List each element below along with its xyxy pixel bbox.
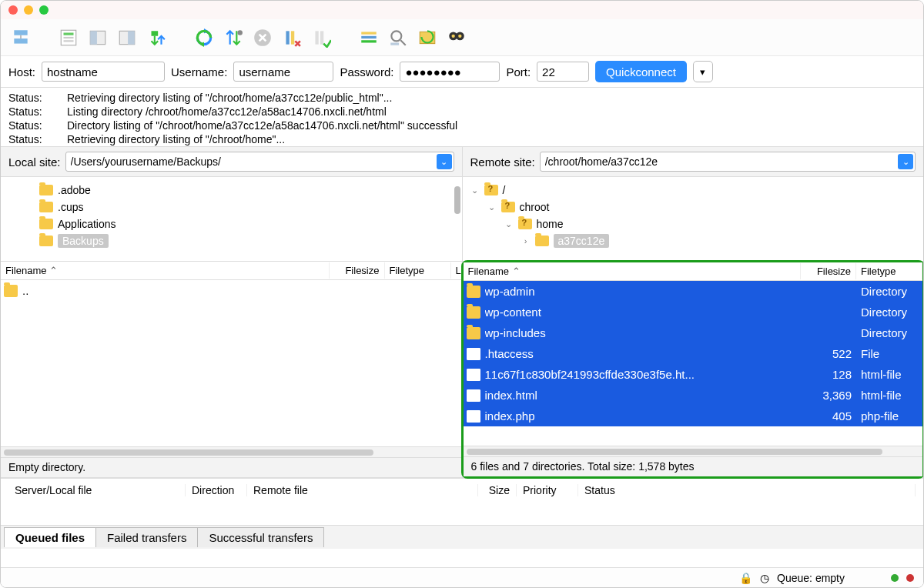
file-name: index.php — [485, 409, 802, 423]
file-row[interactable]: wp-contentDirectory — [464, 302, 923, 322]
queue-status: Queue: empty — [777, 572, 845, 584]
log-text: Directory listing of "/chroot/home/a37cc… — [67, 119, 457, 132]
col-lastmod-trunc[interactable]: L — [451, 262, 462, 279]
disclosure-icon[interactable]: ⌄ — [487, 202, 497, 212]
scrollbar-thumb[interactable] — [454, 186, 460, 214]
disclosure-icon[interactable]: ⌄ — [504, 219, 514, 229]
qcol-direction[interactable]: Direction — [186, 484, 247, 496]
tree-item[interactable]: ›a37cc12e — [463, 232, 924, 249]
file-size: 128 — [801, 368, 856, 381]
disconnect-icon[interactable] — [280, 25, 304, 50]
log-label: Status: — [8, 132, 56, 146]
svg-rect-28 — [456, 35, 457, 36]
col-filetype[interactable]: Filetype — [385, 262, 451, 279]
file-size: 3,369 — [801, 389, 856, 402]
toggle-remote-tree-icon[interactable] — [115, 25, 139, 50]
tree-item[interactable]: ⌄/ — [463, 182, 924, 199]
disclosure-icon[interactable]: ⌄ — [470, 185, 480, 195]
process-queue-icon[interactable] — [221, 25, 246, 50]
reconnect-icon[interactable] — [309, 25, 333, 50]
col-filename[interactable]: Filename — [464, 263, 802, 279]
folder-icon — [518, 219, 532, 229]
file-row[interactable]: index.html3,369html-file — [464, 385, 923, 406]
disclosure-icon[interactable]: › — [521, 236, 531, 246]
refresh-icon[interactable] — [192, 25, 216, 50]
tree-item[interactable]: .adobe — [1, 182, 462, 199]
file-row[interactable]: .htaccess522File — [464, 343, 923, 364]
remote-tree[interactable]: ⌄/⌄chroot⌄home›a37cc12e — [463, 177, 924, 262]
folder-icon — [39, 219, 53, 229]
quickconnect-history-dropdown[interactable]: ▾ — [693, 61, 713, 82]
search-icon[interactable] — [386, 25, 410, 50]
svg-rect-8 — [90, 31, 97, 44]
maximize-window-icon[interactable] — [39, 5, 49, 15]
queue-columns[interactable]: Server/Local file Direction Remote file … — [1, 478, 923, 501]
log-label: Status: — [8, 91, 56, 105]
h-scrollbar[interactable] — [464, 446, 923, 456]
remote-file-list[interactable]: wp-adminDirectorywp-contentDirectorywp-i… — [464, 281, 923, 446]
port-label: Port: — [506, 65, 531, 79]
file-name: wp-includes — [485, 326, 802, 339]
local-tree[interactable]: .adobe.cupsApplicationsBackups — [1, 177, 462, 262]
remote-columns[interactable]: Filename Filesize Filetype — [464, 262, 923, 281]
password-input[interactable] — [400, 62, 500, 82]
qcol-size[interactable]: Size — [478, 484, 517, 496]
toggle-queue-icon[interactable] — [144, 25, 169, 50]
col-filetype[interactable]: Filetype — [856, 263, 922, 279]
message-log[interactable]: Status:Retrieving directory listing of "… — [1, 87, 923, 147]
local-pane: Local site: ⌄ .adobe.cupsApplicationsBac… — [1, 147, 463, 477]
password-label: Password: — [340, 65, 393, 79]
qcol-status[interactable]: Status — [578, 484, 916, 496]
minimize-window-icon[interactable] — [24, 5, 33, 15]
close-window-icon[interactable] — [8, 5, 18, 15]
tab-successful[interactable]: Successful transfers — [197, 527, 324, 547]
tab-queued[interactable]: Queued files — [4, 527, 96, 547]
toggle-log-icon[interactable] — [56, 25, 81, 50]
parent-dir-row[interactable]: .. — [1, 280, 462, 301]
tab-failed[interactable]: Failed transfers — [95, 527, 198, 547]
remote-path-input[interactable] — [540, 152, 916, 172]
svg-point-26 — [452, 34, 455, 37]
col-filename[interactable]: Filename — [1, 262, 330, 279]
local-path-input[interactable] — [65, 152, 454, 172]
local-columns[interactable]: Filename Filesize Filetype L — [1, 262, 462, 280]
col-filesize[interactable]: Filesize — [801, 263, 856, 279]
speedlimit-icon[interactable]: ◷ — [760, 572, 769, 584]
queue-body[interactable] — [1, 501, 923, 526]
file-row[interactable]: 11c67f1c830bf241993cffde330e3f5e.ht...12… — [464, 364, 923, 385]
file-row[interactable]: wp-includesDirectory — [464, 322, 923, 343]
svg-rect-14 — [291, 31, 294, 44]
port-input[interactable] — [537, 62, 589, 82]
tree-item[interactable]: ⌄home — [463, 215, 924, 232]
activity-led-1 — [891, 574, 899, 582]
file-icon — [467, 389, 480, 402]
username-input[interactable] — [233, 62, 333, 82]
local-path-dropdown-icon[interactable]: ⌄ — [437, 154, 452, 169]
toggle-local-tree-icon[interactable] — [85, 25, 110, 50]
local-file-list[interactable]: .. — [1, 280, 462, 446]
col-filesize[interactable]: Filesize — [330, 262, 385, 279]
svg-rect-6 — [64, 40, 74, 42]
qcol-server[interactable]: Server/Local file — [8, 484, 186, 496]
compare-icon[interactable] — [415, 25, 440, 50]
tree-item[interactable]: .cups — [1, 199, 462, 215]
filter-icon[interactable] — [357, 25, 381, 50]
quickconnect-button[interactable]: Quickconnect — [595, 61, 687, 82]
tree-item[interactable]: ⌄chroot — [463, 199, 924, 215]
tree-item[interactable]: Applications — [1, 215, 462, 232]
file-row[interactable]: wp-adminDirectory — [464, 281, 923, 302]
host-input[interactable] — [42, 62, 165, 82]
svg-rect-16 — [320, 31, 323, 44]
log-label: Status: — [8, 119, 56, 132]
qcol-priority[interactable]: Priority — [517, 484, 578, 496]
remote-path-dropdown-icon[interactable]: ⌄ — [898, 154, 913, 169]
file-row[interactable]: index.php405php-file — [464, 406, 923, 426]
cancel-icon[interactable] — [250, 25, 275, 50]
qcol-remote[interactable]: Remote file — [247, 484, 478, 496]
site-manager-icon[interactable] — [8, 25, 33, 50]
svg-rect-22 — [390, 42, 399, 45]
tree-item[interactable]: Backups — [1, 232, 462, 249]
h-scrollbar[interactable] — [1, 446, 462, 457]
tree-item-label: .adobe — [58, 184, 91, 196]
find-icon[interactable] — [444, 25, 469, 50]
